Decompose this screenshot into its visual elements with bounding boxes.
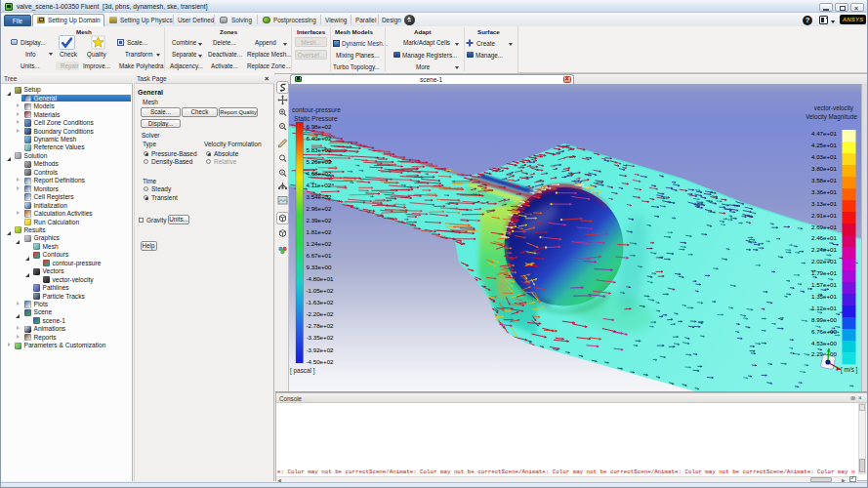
svg-text:9.33e+00: 9.33e+00 [307,264,333,270]
svg-text:4.03e+01: 4.03e+01 [811,153,838,160]
svg-text:6.67e+01: 6.67e+01 [307,252,333,259]
svg-text:2.96e+02: 2.96e+02 [307,205,333,212]
svg-text:5.26e+02: 5.26e+02 [307,158,333,165]
svg-text:2.39e+02: 2.39e+02 [307,217,333,224]
svg-text:3.80e+01: 3.80e+01 [811,165,838,172]
svg-text:4.68e+02: 4.68e+02 [307,170,333,177]
svg-text:1.79e+01: 1.79e+01 [811,269,838,276]
svg-text:4.47e+01: 4.47e+01 [811,130,838,137]
svg-text:-3.35e+02: -3.35e+02 [307,334,335,341]
svg-text:1.24e+02: 1.24e+02 [307,240,333,247]
svg-text:[ m/s ]: [ m/s ] [841,366,858,374]
svg-text:4.11e+02: 4.11e+02 [307,182,332,188]
svg-text:6.98e+02: 6.98e+02 [307,123,333,130]
svg-text:8.99e+00: 8.99e+00 [811,316,838,323]
svg-text:1.12e+01: 1.12e+01 [811,305,838,311]
svg-text:6.76e+00: 6.76e+00 [811,328,838,335]
svg-text:2.24e+01: 2.24e+01 [811,246,838,253]
svg-text:2.69e+01: 2.69e+01 [811,224,838,230]
svg-text:2.02e+01: 2.02e+01 [811,258,838,264]
svg-text:3.54e+02: 3.54e+02 [307,193,333,200]
svg-text:-1.63e+02: -1.63e+02 [307,299,335,305]
svg-text:-1.05e+02: -1.05e+02 [307,287,335,294]
svg-text:vector-velocity: vector-velocity [814,104,854,112]
svg-text:1.35e+01: 1.35e+01 [811,293,838,300]
svg-text:1.57e+01: 1.57e+01 [811,281,838,288]
svg-text:3.58e+01: 3.58e+01 [811,177,838,183]
svg-text:2.91e+01: 2.91e+01 [811,212,838,219]
svg-text:-3.92e+02: -3.92e+02 [307,346,335,353]
svg-text:contour-pressure: contour-pressure [292,106,341,114]
svg-text:-4.80e+01: -4.80e+01 [307,275,335,282]
svg-text:4.53e+00: 4.53e+00 [811,340,838,346]
svg-text:5.83e+02: 5.83e+02 [307,146,333,153]
svg-text:[ pascal ]: [ pascal ] [290,367,315,375]
svg-text:Velocity Magnitude: Velocity Magnitude [806,113,857,121]
svg-text:Static Pressure: Static Pressure [294,115,338,122]
svg-text:2.46e+01: 2.46e+01 [811,234,838,241]
svg-text:1.81e+02: 1.81e+02 [307,228,333,235]
svg-text:-4.50e+02: -4.50e+02 [307,358,335,365]
svg-text:3.36e+01: 3.36e+01 [811,188,838,195]
svg-text:-2.78e+02: -2.78e+02 [307,322,335,329]
svg-text:4.25e+01: 4.25e+01 [811,142,838,148]
svg-text:3.13e+01: 3.13e+01 [811,200,838,207]
svg-text:-2.20e+02: -2.20e+02 [307,310,335,317]
svg-text:6.40e+02: 6.40e+02 [307,135,333,142]
